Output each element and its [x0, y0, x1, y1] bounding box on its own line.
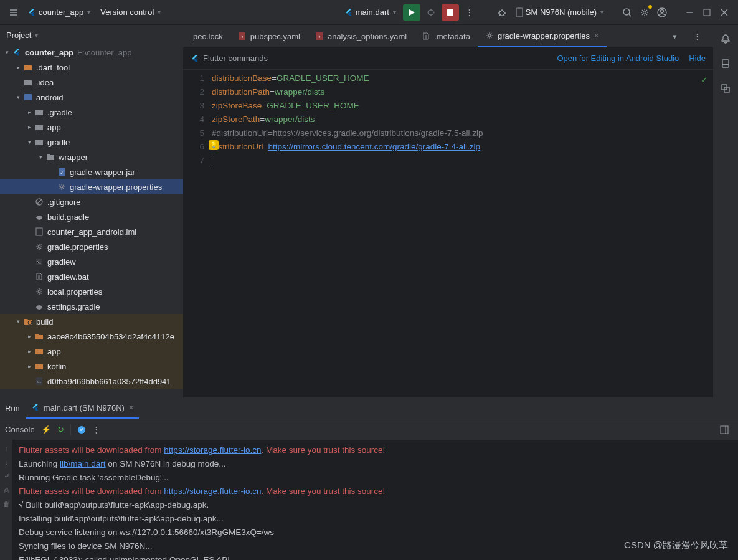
lightning-icon[interactable]: ⚡ — [41, 425, 51, 434]
svg-rect-27 — [722, 65, 729, 67]
tree-item[interactable]: gradlew.bat — [0, 269, 183, 284]
svg-point-15 — [38, 245, 40, 248]
svg-point-17 — [38, 290, 40, 293]
tree-item[interactable]: ▸kotlin — [0, 359, 183, 374]
bug-icon[interactable] — [493, 4, 511, 21]
project-tree[interactable]: ▾ counter_app F:\counter_app ▸.dart_tool… — [0, 45, 183, 397]
bookmark-icon[interactable] — [717, 55, 734, 72]
tree-item[interactable]: .idea — [0, 75, 183, 90]
flutter-logo-icon — [191, 54, 199, 63]
more-icon[interactable]: ⋮ — [92, 425, 100, 434]
tree-item[interactable]: Jgradle-wrapper.jar — [0, 164, 183, 179]
tree-item[interactable]: ▾build — [0, 314, 183, 329]
svg-rect-3 — [516, 8, 523, 17]
minimize-icon[interactable]: ─ — [681, 4, 698, 21]
hot-reload-icon[interactable]: ↻ — [57, 425, 64, 434]
stop-button[interactable] — [442, 4, 459, 21]
chevron-down-icon: ▾ — [87, 9, 90, 16]
editor-tab[interactable]: Ypubspec.yaml — [230, 25, 308, 47]
tree-item[interactable]: ▸.dart_tool — [0, 60, 183, 75]
tree-item[interactable]: build.gradle — [0, 209, 183, 224]
svg-text:Y: Y — [318, 35, 321, 39]
tree-item[interactable]: gradle.properties — [0, 239, 183, 254]
svg-point-7 — [661, 9, 664, 12]
intention-bulb-icon[interactable]: 💡 — [209, 140, 219, 150]
close-icon[interactable]: ✕ — [128, 404, 134, 412]
devtools-icon[interactable] — [77, 425, 86, 434]
code-content[interactable]: 💡 ✓ distributionBase=GRADLE_USER_HOMEdis… — [211, 70, 713, 397]
flutter-commands-label[interactable]: Flutter commands — [203, 54, 268, 63]
open-android-studio-link[interactable]: Open for Editing in Android Studio — [557, 54, 679, 63]
svg-rect-26 — [722, 60, 729, 65]
tree-item[interactable]: 01d0fba9d69bbb661a03572ff4dd941 — [0, 374, 183, 389]
tree-item[interactable]: ▸aace8c4b635504b534d2af4c4112e — [0, 329, 183, 344]
chevron-down-icon: ▾ — [35, 32, 38, 39]
soft-wrap-icon[interactable]: ⤶ — [4, 472, 9, 480]
print-icon[interactable]: ⎙ — [4, 486, 9, 494]
project-selector[interactable]: counter_app ▾ — [22, 5, 95, 19]
debug-button[interactable] — [422, 4, 440, 21]
tree-item[interactable]: ▸.gradle — [0, 105, 183, 120]
tree-item[interactable]: gradle-wrapper.properties — [0, 179, 183, 194]
run-config-selector[interactable]: main.dart ▾ — [339, 5, 401, 19]
notifications-icon[interactable] — [717, 30, 734, 47]
layout-icon[interactable] — [716, 421, 733, 439]
tree-item[interactable]: settings.gradle — [0, 299, 183, 314]
tree-item[interactable]: local.properties — [0, 284, 183, 299]
trash-icon[interactable]: 🗑 — [3, 500, 10, 508]
editor-tabs: pec.lockYpubspec.yamlYanalysis_options.y… — [183, 25, 713, 47]
maximize-icon[interactable] — [698, 4, 716, 21]
database-icon[interactable] — [717, 80, 734, 97]
svg-point-18 — [28, 321, 32, 325]
tree-item[interactable]: counter_app_android.iml — [0, 224, 183, 239]
editor-tab[interactable]: .metadata — [414, 25, 478, 47]
svg-text:J: J — [60, 170, 63, 174]
svg-rect-8 — [704, 9, 710, 16]
run-button[interactable] — [403, 4, 420, 21]
svg-point-12 — [60, 186, 63, 188]
editor-tab[interactable]: pec.lock — [186, 25, 230, 47]
run-label[interactable]: Run — [5, 404, 20, 413]
down-arrow-icon[interactable]: ↓ — [4, 458, 8, 466]
svg-rect-14 — [36, 228, 42, 235]
chevron-down-icon[interactable]: ▾ — [666, 27, 683, 45]
svg-point-5 — [643, 11, 646, 14]
search-icon[interactable] — [618, 4, 636, 21]
run-tool-window: Run main.dart (SM N976N) ✕ Console ⚡ ↻ ⋮… — [0, 397, 738, 560]
editor-tab[interactable]: gradle-wrapper.properties✕ — [478, 25, 607, 47]
project-sidebar: Project ▾ ▾ counter_app F:\counter_app ▸… — [0, 25, 183, 397]
flutter-commands-bar: Flutter commands Open for Editing in And… — [183, 47, 713, 70]
project-tool-header[interactable]: Project ▾ — [0, 25, 183, 45]
up-arrow-icon[interactable]: ↑ — [4, 445, 8, 452]
chevron-down-icon: ▾ — [600, 9, 603, 16]
settings-icon[interactable] — [636, 4, 653, 21]
console-label[interactable]: Console — [5, 425, 35, 434]
tree-root[interactable]: ▾ counter_app F:\counter_app — [0, 45, 183, 60]
more-icon[interactable]: ⋮ — [688, 27, 706, 45]
more-icon[interactable]: ⋮ — [461, 4, 478, 21]
console-output[interactable]: Flutter assets will be downloaded from h… — [12, 440, 738, 560]
run-config-tab[interactable]: main.dart (SM N976N) ✕ — [26, 397, 139, 419]
tree-item[interactable]: gradlew — [0, 254, 183, 269]
editor-tab[interactable]: Yanalysis_options.yaml — [308, 25, 414, 47]
tree-item[interactable]: ▸app — [0, 344, 183, 359]
account-icon[interactable] — [653, 4, 671, 21]
code-editor[interactable]: 1234567 💡 ✓ distributionBase=GRADLE_USER… — [183, 70, 713, 397]
tree-item[interactable]: ▾gradle — [0, 135, 183, 149]
hide-link[interactable]: Hide — [689, 54, 706, 63]
menu-icon[interactable] — [5, 4, 22, 21]
close-icon[interactable]: ✕ — [594, 32, 599, 40]
line-gutter: 1234567 — [183, 70, 211, 397]
svg-rect-9 — [24, 94, 32, 100]
tree-item[interactable]: ▾wrapper — [0, 149, 183, 164]
tree-item[interactable]: .gitignore — [0, 194, 183, 209]
device-selector[interactable]: SM N976N (mobile) ▾ — [511, 5, 608, 20]
tree-item[interactable]: ▸app — [0, 120, 183, 135]
close-icon[interactable] — [716, 4, 733, 21]
tree-item[interactable]: ▾android — [0, 90, 183, 105]
console-toolbar: Console ⚡ ↻ ⋮ — [0, 419, 738, 440]
flutter-logo-icon — [31, 403, 40, 412]
run-tabs: Run main.dart (SM N976N) ✕ — [0, 397, 738, 419]
vcs-dropdown[interactable]: Version control ▾ — [95, 5, 166, 19]
svg-rect-1 — [447, 9, 453, 16]
